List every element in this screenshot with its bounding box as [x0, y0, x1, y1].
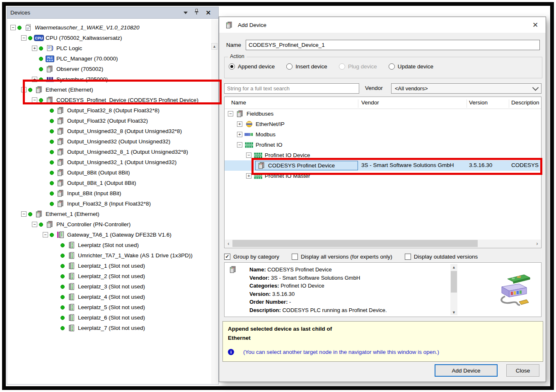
scrollbar-thumb[interactable]	[451, 271, 457, 293]
search-input[interactable]	[224, 83, 359, 94]
expand-toggle-icon[interactable]: +	[32, 46, 37, 51]
catalog-filters: ✓Group by categoryDisplay all versions (…	[224, 252, 478, 261]
column-header-name[interactable]: Name	[231, 99, 246, 106]
tree-item[interactable]: Leerplatz_3 (Slot not used)	[7, 281, 218, 292]
collapse-toggle-icon[interactable]: −	[237, 142, 242, 148]
column-header-description[interactable]: Description	[511, 99, 539, 106]
tree-item[interactable]: Observer (705002)	[7, 64, 218, 74]
tree-item[interactable]: −CODESYS_Profinet_Device (CODESYS Profin…	[7, 95, 218, 105]
tree-item[interactable]: Leerplatz_5 (Slot not used)	[7, 302, 218, 312]
tree-item[interactable]: Output_Unsigned32_8_1 (Output Unsigned32…	[7, 147, 218, 157]
scroll-left-icon[interactable]: ‹	[225, 240, 232, 247]
checkbox-display-all-versions-for-experts-only-[interactable]: Display all versions (for experts only)	[292, 254, 392, 260]
details-scrollbar[interactable]: ▲ ▼	[450, 264, 457, 315]
scrollbar-thumb[interactable]	[232, 240, 478, 247]
tree-item[interactable]: Input_8Bit (Input 8Bit)	[7, 188, 218, 198]
tree-item[interactable]: Leerplatz_6 (Slot not used)	[7, 312, 218, 323]
tree-item[interactable]: Output_Unsigned32 (Output Unsigned32)	[7, 136, 218, 147]
tree-item[interactable]: PLCPLC_Manager (70.0000)	[7, 53, 218, 64]
catalog-row[interactable]: +Modbus	[225, 129, 541, 140]
catalog-row[interactable]: +EtherNet/IP	[225, 119, 541, 129]
collapse-toggle-icon[interactable]: −	[21, 35, 27, 41]
dialog-titlebar[interactable]: Add Device ✕	[219, 17, 546, 33]
tree-item[interactable]: −PN_Controller (PN-Controller)	[7, 219, 218, 230]
tree-item[interactable]: Leerplatz_1 (Slot not used)	[7, 261, 218, 271]
tree-item[interactable]: Output_8Bit_1 (Output 8Bit)	[7, 178, 218, 188]
collapse-toggle-icon[interactable]: −	[32, 97, 37, 103]
radio-button-icon[interactable]	[286, 63, 293, 70]
tree-item[interactable]: Leerplatz_4 (Slot not used)	[7, 292, 218, 302]
catalog-row-selected[interactable]: CODESYS Profinet Device3S - Smart Softwa…	[225, 160, 541, 171]
collapse-toggle-icon[interactable]: −	[21, 87, 27, 92]
expand-toggle-icon[interactable]: +	[237, 121, 242, 127]
collapse-toggle-icon[interactable]: −	[21, 211, 27, 217]
checkbox-icon[interactable]	[292, 254, 298, 260]
tree-item[interactable]: Output_Float32 (Output Float32)	[7, 116, 218, 126]
checkbox-display-outdated-versions[interactable]: Display outdated versions	[405, 254, 478, 260]
tree-item-label: Leerplatz_1 (Slot not used)	[78, 263, 145, 269]
catalog-name-cell: Fieldbuses	[235, 109, 273, 119]
radio-update-device[interactable]: Update device	[389, 63, 433, 70]
tree-item-label: Output_Unsigned32_8 (Output Unsigned32*8…	[67, 128, 182, 134]
tree-item[interactable]: +Systembus (705000)	[7, 74, 218, 85]
tree-item[interactable]: −Ethernet_1 (Ethernet)	[7, 209, 218, 219]
catalog-row[interactable]: +Profinet IO Master	[225, 171, 541, 181]
tree-item-label: Leerplatz_7 (Slot not used)	[78, 325, 145, 331]
catalog-row[interactable]: −Profinet IO Device	[225, 150, 541, 160]
tree-item-label: Input_8Bit (Input 8Bit)	[67, 190, 121, 196]
tree-connector	[53, 294, 59, 300]
vendor-select[interactable]: <All vendors>	[391, 83, 541, 94]
tree-item[interactable]: −Ethernet (Ethernet)	[7, 85, 218, 95]
catalog-hscrollbar[interactable]: ‹ ›	[225, 240, 541, 247]
devices-scrollbar[interactable]: ▲	[211, 19, 218, 384]
radio-button-icon[interactable]	[389, 63, 395, 70]
scroll-right-icon[interactable]: ›	[534, 240, 541, 247]
name-input[interactable]	[246, 40, 540, 50]
tree-item[interactable]: −CPUCPU (705002_Kaltwassersatz)	[7, 33, 218, 43]
tree-item[interactable]: +PLC Logic	[7, 43, 218, 53]
panel-close-icon[interactable]: ✕	[205, 10, 211, 16]
dialog-close-icon[interactable]: ✕	[530, 22, 541, 29]
online-status-icon	[60, 305, 65, 310]
catalog-row[interactable]: −Fieldbuses	[225, 109, 541, 119]
collapse-toggle-icon[interactable]: −	[32, 222, 37, 227]
tree-item[interactable]: Umrichter_TA7_1_Wake (AS 1 Drive (1x3PD)…	[7, 250, 218, 261]
tree-item[interactable]: −Gateway_TA6_1 (Gateway DFE32B V1.6)	[7, 230, 218, 240]
checkbox-icon[interactable]	[405, 254, 411, 260]
catalog-row[interactable]: −Profinet IO	[225, 140, 541, 150]
expand-toggle-icon[interactable]: +	[246, 173, 251, 179]
tree-item[interactable]: Output_Float32_8 (Output Float32*8)	[7, 105, 218, 116]
radio-button-icon[interactable]	[229, 63, 235, 70]
scroll-up-icon[interactable]: ▲	[450, 264, 457, 270]
panel-menu-caret-icon[interactable]	[184, 12, 188, 14]
catalog-vendor-cell: 3S - Smart Software Solutions GmbH	[361, 162, 454, 168]
collapse-toggle-icon[interactable]: −	[10, 25, 16, 30]
expand-toggle-icon[interactable]: +	[32, 77, 37, 82]
column-header-version[interactable]: Version	[469, 99, 488, 106]
expand-toggle-icon[interactable]: +	[237, 132, 242, 137]
device-icon	[56, 107, 65, 114]
add-device-button[interactable]: Add Device	[435, 364, 498, 377]
tree-item[interactable]: Output_Unsigned32_1 (Output Unsigned32)	[7, 157, 218, 167]
collapse-toggle-icon[interactable]: −	[43, 232, 48, 237]
scroll-up-icon[interactable]: ▲	[211, 43, 218, 50]
add-device-dialog: Add Device ✕ Name Action Append deviceIn…	[219, 17, 546, 382]
radio-insert-device[interactable]: Insert device	[286, 63, 327, 70]
collapse-toggle-icon[interactable]: −	[246, 152, 251, 158]
tree-item[interactable]: Leerplatz (Slot not used)	[7, 240, 218, 250]
radio-append-device[interactable]: Append device	[229, 63, 275, 70]
tree-item[interactable]: Output_Unsigned32_8 (Output Unsigned32*8…	[7, 126, 218, 136]
collapse-toggle-icon[interactable]: −	[228, 111, 233, 116]
scroll-down-icon[interactable]: ▼	[450, 309, 457, 315]
checkbox-group-by-category[interactable]: ✓Group by category	[224, 254, 279, 260]
device-icon	[56, 159, 65, 166]
tree-item[interactable]: Input_Float32_8 (Input Float32*8)	[7, 198, 218, 209]
tree-item[interactable]: −Waermetauscher_1_WAKE_V1.0_210820	[7, 22, 218, 33]
pin-icon[interactable]	[194, 9, 199, 17]
column-header-vendor[interactable]: Vendor	[361, 99, 379, 106]
tree-item[interactable]: Leerplatz_7 (Slot not used)	[7, 323, 218, 333]
tree-item[interactable]: Leerplatz_2 (Slot not used)	[7, 271, 218, 281]
checkbox-icon[interactable]: ✓	[224, 254, 230, 260]
close-button[interactable]: Close	[506, 364, 539, 377]
tree-item[interactable]: Output_8Bit (Output 8Bit)	[7, 167, 218, 178]
